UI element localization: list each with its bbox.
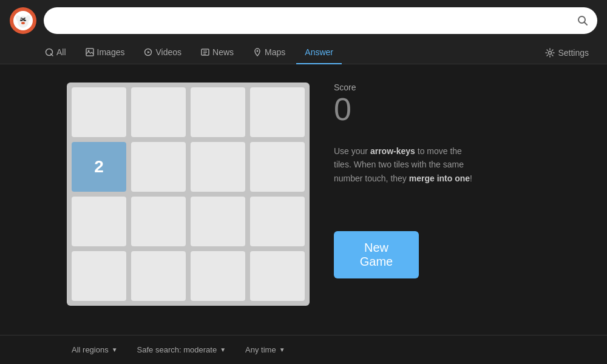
nav-answer-label: Answer — [305, 47, 333, 57]
game-tile — [72, 87, 126, 137]
safe-search-label: Safe search: moderate — [137, 345, 217, 354]
game-tile — [250, 251, 305, 301]
nav-maps-label: Maps — [265, 47, 285, 57]
svg-point-22 — [257, 50, 259, 52]
svg-point-7 — [21, 22, 25, 24]
nav-news-label: News — [212, 47, 234, 57]
info-panel: Score 0 Use your arrow-keys to move the … — [334, 83, 480, 278]
nav-videos[interactable]: Videos — [135, 41, 190, 64]
game-tile — [191, 142, 245, 192]
time-dropdown[interactable]: Any time ▼ — [240, 343, 290, 357]
game-tile — [72, 197, 126, 246]
search-button[interactable] — [577, 15, 589, 27]
nav-all-label: All — [56, 47, 66, 57]
svg-rect-14 — [86, 49, 93, 56]
game-tile — [191, 197, 245, 246]
header: play 2048 — [0, 0, 607, 41]
svg-point-5 — [21, 19, 22, 20]
main-content: 2 Score 0 Use your arrow-keys to move th… — [0, 64, 607, 331]
game-tile — [250, 142, 305, 192]
game-tile — [250, 87, 305, 137]
nav-bar: All Images Videos News Maps Answer Setti… — [0, 41, 607, 64]
game-tile — [131, 87, 186, 137]
game-tile — [191, 87, 245, 137]
nav-news[interactable]: News — [192, 41, 242, 64]
nav-videos-label: Videos — [155, 47, 181, 57]
nav-answer[interactable]: Answer — [296, 41, 342, 64]
game-tile — [131, 142, 186, 192]
game-tile — [191, 251, 245, 301]
game-tile — [250, 197, 305, 246]
nav-settings[interactable]: Settings — [537, 42, 597, 64]
game-board[interactable]: 2 — [67, 83, 310, 306]
duckduckgo-logo — [10, 7, 36, 34]
new-game-button[interactable]: New Game — [334, 231, 419, 278]
score-value: 0 — [334, 93, 480, 125]
time-label: Any time — [245, 345, 276, 354]
nav-maps[interactable]: Maps — [245, 41, 294, 64]
game-tile — [131, 251, 186, 301]
nav-images[interactable]: Images — [77, 41, 134, 64]
game-tile — [72, 251, 126, 301]
time-chevron-icon: ▼ — [279, 346, 285, 353]
search-bar: play 2048 — [44, 7, 597, 34]
region-chevron-icon: ▼ — [112, 346, 118, 353]
svg-marker-17 — [148, 51, 150, 53]
game-tile — [131, 197, 186, 246]
instructions: Use your arrow-keys to move the tiles. W… — [334, 144, 480, 185]
region-dropdown[interactable]: All regions ▼ — [67, 343, 123, 357]
score-label: Score — [334, 83, 480, 92]
settings-label: Settings — [558, 48, 589, 58]
footer: All regions ▼ Safe search: moderate ▼ An… — [0, 335, 607, 364]
svg-line-11 — [585, 22, 588, 25]
game-tile: 2 — [72, 142, 126, 192]
safe-search-chevron-icon: ▼ — [220, 346, 226, 353]
search-input[interactable]: play 2048 — [52, 15, 577, 27]
nav-images-label: Images — [97, 47, 125, 57]
nav-all[interactable]: All — [36, 41, 75, 64]
svg-point-23 — [549, 51, 552, 54]
region-label: All regions — [72, 345, 109, 354]
safe-search-dropdown[interactable]: Safe search: moderate ▼ — [132, 343, 231, 357]
